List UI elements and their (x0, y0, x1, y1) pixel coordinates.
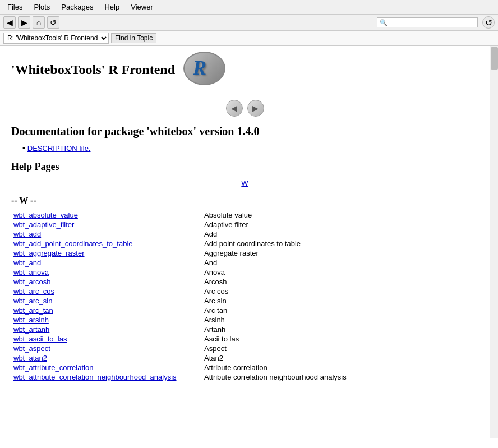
help-desc-cell: Arc cos (202, 287, 478, 296)
table-row: wbt_attribute_correlation_neighbourhood_… (11, 372, 478, 382)
help-link[interactable]: wbt_add (13, 230, 41, 238)
help-desc-cell: And (202, 258, 478, 267)
help-link[interactable]: wbt_add_point_coordinates_to_table (13, 239, 133, 248)
address-bar: R: 'WhiteboxTools' R Frontend Find in To… (0, 31, 498, 46)
scroll-area[interactable]: 'WhiteboxTools' R Frontend R ◀ ▶ Documen… (0, 46, 490, 438)
help-pages-title: Help Pages (11, 161, 478, 173)
forward-button[interactable]: ▶ (18, 16, 30, 29)
help-link[interactable]: wbt_attribute_correlation_neighbourhood_… (13, 373, 177, 381)
help-link[interactable]: wbt_adaptive_filter (13, 220, 74, 229)
refresh-button[interactable]: ↺ (482, 16, 495, 29)
help-link[interactable]: wbt_atan2 (13, 354, 47, 362)
help-link[interactable]: wbt_aggregate_raster (13, 249, 84, 257)
help-desc-cell: Ascii to las (202, 334, 478, 344)
help-link[interactable]: wbt_attribute_correlation (13, 363, 93, 372)
help-link[interactable]: wbt_arc_cos (13, 287, 54, 295)
page-address-select[interactable]: R: 'WhiteboxTools' R Frontend (3, 33, 109, 44)
scrollbar-track[interactable] (490, 46, 498, 438)
search-input[interactable] (389, 19, 473, 26)
menu-help[interactable]: Help (99, 1, 125, 13)
alphabet-nav: W (11, 178, 478, 187)
help-link-cell: wbt_arc_cos (11, 287, 202, 296)
help-link[interactable]: wbt_arsinh (13, 316, 49, 324)
help-desc-cell: Attribute correlation (202, 363, 478, 372)
table-row: wbt_attribute_correlation Attribute corr… (11, 363, 478, 372)
search-box: 🔍 (377, 17, 478, 27)
table-row: wbt_arc_sin Arc sin (11, 296, 478, 306)
doc-title: Documentation for package 'whitebox' ver… (11, 125, 478, 138)
bullet: • (22, 144, 27, 153)
help-desc-cell: Add (202, 229, 478, 239)
help-link-cell: wbt_arc_tan (11, 306, 202, 315)
help-link[interactable]: wbt_anova (13, 268, 49, 276)
search-icon: 🔍 (380, 19, 388, 26)
help-desc-cell: Absolute value (202, 210, 478, 220)
help-link-cell: wbt_aspect (11, 344, 202, 353)
table-row: wbt_arc_tan Arc tan (11, 306, 478, 315)
nav-arrows: ◀ ▶ (11, 100, 478, 117)
r-logo-text: R (193, 56, 206, 80)
help-desc-cell: Adaptive filter (202, 220, 478, 229)
back-button[interactable]: ◀ (3, 16, 16, 29)
alphabet-w-link[interactable]: W (241, 179, 248, 187)
help-link-cell: wbt_add_point_coordinates_to_table (11, 239, 202, 248)
help-link-cell: wbt_arsinh (11, 315, 202, 325)
table-row: wbt_adaptive_filter Adaptive filter (11, 220, 478, 229)
help-desc-cell: Arcosh (202, 277, 478, 287)
help-link-cell: wbt_ascii_to_las (11, 334, 202, 344)
help-link-cell: wbt_absolute_value (11, 210, 202, 220)
menu-plots[interactable]: Plots (29, 1, 55, 13)
table-row: wbt_arc_cos Arc cos (11, 287, 478, 296)
menu-viewer[interactable]: Viewer (126, 1, 158, 13)
table-row: wbt_aspect Aspect (11, 344, 478, 353)
menu-bar: Files Plots Packages Help Viewer (0, 0, 498, 15)
help-link[interactable]: wbt_absolute_value (13, 211, 78, 219)
menu-packages[interactable]: Packages (56, 1, 98, 13)
nav-prev-button[interactable]: ◀ (226, 100, 243, 117)
help-desc-cell: Artanh (202, 325, 478, 334)
help-desc-cell: Aspect (202, 344, 478, 353)
help-link[interactable]: wbt_artanh (13, 325, 49, 334)
help-link-cell: wbt_attribute_correlation_neighbourhood_… (11, 372, 202, 382)
table-row: wbt_artanh Artanh (11, 325, 478, 334)
help-link-cell: wbt_add (11, 229, 202, 239)
content-wrapper: 'WhiteboxTools' R Frontend R ◀ ▶ Documen… (0, 46, 498, 438)
table-row: wbt_ascii_to_las Ascii to las (11, 334, 478, 344)
help-link[interactable]: wbt_arcosh (13, 278, 50, 286)
description-file-link[interactable]: DESCRIPTION file. (27, 144, 91, 153)
scrollbar-thumb[interactable] (491, 47, 498, 70)
toolbar: ◀ ▶ ⌂ ↺ 🔍 ↺ (0, 15, 498, 31)
page-title: 'WhiteboxTools' R Frontend (11, 62, 175, 77)
table-row: wbt_and And (11, 258, 478, 267)
help-link[interactable]: wbt_aspect (13, 344, 50, 353)
help-link-cell: wbt_arc_sin (11, 296, 202, 306)
menu-files[interactable]: Files (2, 1, 27, 13)
header-divider (11, 94, 478, 94)
help-desc-cell: Anova (202, 267, 478, 277)
help-link-cell: wbt_anova (11, 267, 202, 277)
help-desc-cell: Arsinh (202, 315, 478, 325)
refresh-small-button[interactable]: ↺ (47, 16, 59, 29)
help-desc-cell: Aggregate raster (202, 248, 478, 258)
help-desc-cell: Arc tan (202, 306, 478, 315)
help-desc-cell: Arc sin (202, 296, 478, 306)
help-link-cell: wbt_atan2 (11, 353, 202, 363)
section-w-header: -- W -- (11, 196, 478, 206)
r-logo: R (181, 52, 225, 88)
table-row: wbt_arsinh Arsinh (11, 315, 478, 325)
help-link-cell: wbt_attribute_correlation (11, 363, 202, 372)
table-row: wbt_add_point_coordinates_to_table Add p… (11, 239, 478, 248)
help-link[interactable]: wbt_arc_tan (13, 306, 53, 315)
help-link[interactable]: wbt_arc_sin (13, 297, 52, 305)
find-in-topic-button[interactable]: Find in Topic (111, 33, 156, 43)
page-header: 'WhiteboxTools' R Frontend R (11, 52, 478, 88)
help-link-cell: wbt_and (11, 258, 202, 267)
table-row: wbt_arcosh Arcosh (11, 277, 478, 287)
help-link[interactable]: wbt_ascii_to_las (13, 335, 67, 343)
nav-next-button[interactable]: ▶ (247, 100, 264, 117)
help-link[interactable]: wbt_and (13, 258, 41, 267)
help-desc-cell: Atan2 (202, 353, 478, 363)
home-button[interactable]: ⌂ (33, 16, 45, 29)
table-row: wbt_anova Anova (11, 267, 478, 277)
table-row: wbt_aggregate_raster Aggregate raster (11, 248, 478, 258)
